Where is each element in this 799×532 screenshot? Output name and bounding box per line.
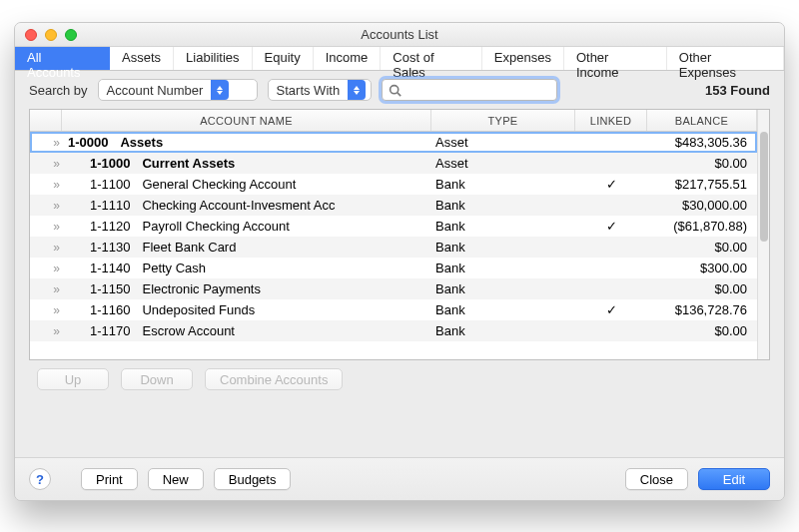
- account-code: 1-1100: [90, 177, 130, 192]
- linked-cell: [575, 153, 647, 174]
- table-row[interactable]: »1-1170Escrow AccountBank$0.00: [30, 320, 757, 341]
- balance-cell: $0.00: [647, 278, 757, 299]
- combine-accounts-button[interactable]: Combine Accounts: [205, 368, 343, 390]
- account-type: Bank: [431, 216, 575, 237]
- col-account-name[interactable]: ACCOUNT NAME: [62, 110, 431, 131]
- up-button[interactable]: Up: [37, 368, 109, 390]
- table-row[interactable]: »1-1100General Checking AccountBank✓$217…: [30, 174, 757, 195]
- expand-icon[interactable]: »: [35, 220, 60, 234]
- account-type: Bank: [431, 195, 575, 216]
- col-balance[interactable]: BALANCE: [647, 110, 757, 131]
- svg-point-0: [390, 85, 398, 93]
- linked-cell: ✓: [575, 216, 647, 237]
- expand-icon[interactable]: »: [35, 241, 60, 255]
- balance-cell: $300.00: [647, 258, 757, 278]
- account-code: 1-1000: [90, 156, 130, 171]
- account-code: 1-1150: [90, 281, 130, 296]
- account-name: Electronic Payments: [142, 281, 261, 296]
- svg-line-1: [397, 92, 400, 95]
- account-code: 1-1120: [90, 219, 130, 234]
- table-row[interactable]: »1-1140Petty CashBank$300.00: [30, 258, 757, 278]
- reorder-buttons: Up Down Combine Accounts: [15, 368, 784, 400]
- expand-icon[interactable]: »: [35, 178, 60, 192]
- table-row[interactable]: »1-0000AssetsAsset$483,305.36: [30, 132, 757, 153]
- account-type: Bank: [431, 320, 575, 341]
- account-code: 1-1170: [90, 323, 130, 338]
- table-row[interactable]: »1-1160Undeposited FundsBank✓$136,728.76: [30, 299, 757, 320]
- search-input-wrapper[interactable]: [382, 79, 557, 101]
- account-name: Fleet Bank Card: [142, 240, 236, 255]
- linked-cell: [575, 320, 647, 341]
- balance-cell: $136,728.76: [647, 299, 757, 320]
- chevron-updown-icon: [348, 80, 366, 100]
- linked-cell: [575, 195, 647, 216]
- expand-icon[interactable]: »: [35, 157, 60, 171]
- account-type: Bank: [431, 299, 575, 320]
- chevron-updown-icon: [211, 80, 229, 100]
- vertical-scrollbar[interactable]: [757, 110, 769, 359]
- new-button[interactable]: New: [148, 468, 204, 490]
- account-type: Bank: [431, 237, 575, 258]
- table-row[interactable]: »1-1150Electronic PaymentsBank$0.00: [30, 278, 757, 299]
- linked-cell: [575, 132, 647, 153]
- tab-cost-of-sales[interactable]: Cost of Sales: [381, 47, 481, 70]
- search-bar: Search by Account Number Starts With 153…: [15, 71, 784, 107]
- account-name: Payroll Checking Account: [142, 219, 289, 234]
- balance-cell: ($61,870.88): [647, 216, 757, 237]
- search-field-select[interactable]: Account Number: [98, 79, 258, 101]
- linked-cell: ✓: [575, 299, 647, 320]
- account-code: 1-1130: [90, 240, 130, 255]
- expand-icon[interactable]: »: [35, 303, 60, 317]
- table-row[interactable]: »1-1130Fleet Bank CardBank$0.00: [30, 237, 757, 258]
- accounts-list-window: Accounts List All Accounts Assets Liabil…: [14, 22, 785, 501]
- account-code: 1-1140: [90, 261, 130, 275]
- down-button[interactable]: Down: [121, 368, 193, 390]
- account-code: 1-1160: [90, 302, 130, 317]
- results-count: 153 Found: [705, 83, 770, 98]
- account-name: Undeposited Funds: [142, 302, 255, 317]
- account-type: Bank: [431, 174, 575, 195]
- expand-icon[interactable]: »: [35, 199, 60, 213]
- tab-other-expenses[interactable]: Other Expenses: [667, 47, 784, 70]
- table-row[interactable]: »1-1110Checking Account-Invesment AccBan…: [30, 195, 757, 216]
- linked-cell: [575, 258, 647, 278]
- col-linked[interactable]: LINKED: [575, 110, 647, 131]
- expand-icon[interactable]: »: [35, 324, 60, 338]
- balance-cell: $217,755.51: [647, 174, 757, 195]
- window-title: Accounts List: [15, 27, 784, 42]
- tab-liabilities[interactable]: Liabilities: [174, 47, 252, 70]
- tab-income[interactable]: Income: [314, 47, 382, 70]
- account-name: Escrow Account: [142, 323, 235, 338]
- account-name: General Checking Account: [142, 177, 296, 192]
- accounts-table: ACCOUNT NAME TYPE LINKED BALANCE »1-0000…: [29, 109, 770, 360]
- tab-equity[interactable]: Equity: [253, 47, 314, 70]
- scroll-thumb[interactable]: [760, 132, 768, 242]
- account-code: 1-1110: [90, 198, 130, 213]
- table-row[interactable]: »1-1120Payroll Checking AccountBank✓($61…: [30, 216, 757, 237]
- close-button[interactable]: Close: [625, 468, 688, 490]
- tab-other-income[interactable]: Other Income: [564, 47, 667, 70]
- account-name: Assets: [120, 135, 163, 150]
- print-button[interactable]: Print: [81, 468, 138, 490]
- search-input[interactable]: [405, 83, 550, 98]
- expand-icon[interactable]: »: [35, 282, 60, 296]
- col-type[interactable]: TYPE: [431, 110, 575, 131]
- search-match-select[interactable]: Starts With: [268, 79, 372, 101]
- account-type: Bank: [431, 278, 575, 299]
- tab-expenses[interactable]: Expenses: [482, 47, 564, 70]
- expand-icon[interactable]: »: [35, 262, 60, 275]
- help-button[interactable]: ?: [29, 468, 51, 490]
- titlebar: Accounts List: [15, 23, 784, 47]
- edit-button[interactable]: Edit: [698, 468, 770, 490]
- balance-cell: $0.00: [647, 320, 757, 341]
- budgets-button[interactable]: Budgets: [214, 468, 292, 490]
- tab-all-accounts[interactable]: All Accounts: [15, 47, 110, 70]
- tab-assets[interactable]: Assets: [110, 47, 174, 70]
- table-header: ACCOUNT NAME TYPE LINKED BALANCE: [30, 110, 757, 132]
- account-code: 1-0000: [68, 135, 108, 150]
- bottom-toolbar: ? Print New Budgets Close Edit: [15, 457, 784, 500]
- account-name: Current Assets: [142, 156, 235, 171]
- account-type: Asset: [431, 153, 575, 174]
- table-row[interactable]: »1-1000Current AssetsAsset$0.00: [30, 153, 757, 174]
- expand-icon[interactable]: »: [53, 136, 60, 150]
